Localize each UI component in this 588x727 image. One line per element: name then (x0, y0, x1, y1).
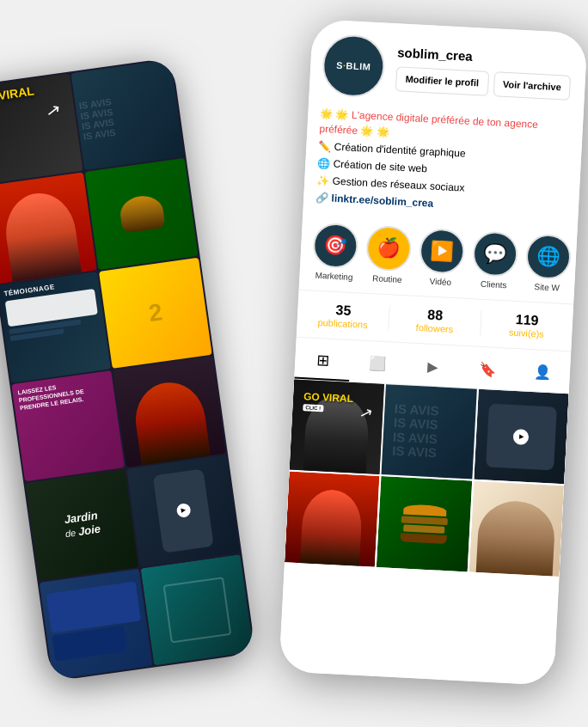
highlight-label-video: Vidéo (429, 277, 451, 287)
tab-saved[interactable]: 🔖 (459, 350, 516, 390)
avatar: S·BLIM (321, 34, 386, 99)
tagged-tab-icon: 👤 (534, 364, 552, 381)
back-cell-person (0, 173, 97, 284)
photo-burger[interactable] (377, 476, 472, 571)
username: soblim_crea (397, 46, 575, 70)
photo-grid: GO VIRAL CLIC ! ↗ IS AVISIS AVISIS AVISI… (285, 380, 569, 577)
photo-person[interactable] (285, 472, 380, 567)
front-phone: S·BLIM soblim_crea Modifier le profil Vo… (279, 19, 587, 686)
clic-badge: CLIC ! (303, 404, 323, 412)
jardin-line2: de (64, 528, 77, 540)
highlight-site[interactable]: 🌐 Site W (524, 234, 572, 294)
stat-following[interactable]: 119 suivi(e)s (481, 310, 573, 341)
video-tab-icon: ▶ (427, 357, 438, 375)
reels-tab-icon: ⬜ (369, 355, 387, 372)
grid-tab-icon: ⊞ (315, 351, 329, 370)
graphic-num: 2 (147, 298, 164, 327)
stat-followers[interactable]: 88 followers (389, 305, 481, 336)
jardin-text: Jardin de Joie (63, 508, 102, 541)
site-icon: 🌐 (536, 245, 560, 268)
burger-shape (118, 194, 165, 235)
highlight-circle-clients: 💬 (472, 230, 519, 278)
burger-shape (400, 504, 448, 544)
scene: GO VIRAL ↗ IS AVISIS AVISIS AVISIS AVIS … (0, 0, 588, 727)
highlight-marketing[interactable]: 🎯 Marketing (311, 223, 358, 283)
highlights-section: 🎯 Marketing 🍎 Routine ▶️ Vidéo (299, 215, 578, 301)
front-screen: S·BLIM soblim_crea Modifier le profil Vo… (279, 19, 587, 686)
photo-screen[interactable]: ▶ (474, 389, 569, 485)
profile-header: S·BLIM soblim_crea Modifier le profil Vo… (309, 19, 588, 116)
photo-go-viral[interactable]: GO VIRAL CLIC ! ↗ (290, 380, 385, 475)
back-cell-avis1: IS AVISIS AVISIS AVISIS AVIS (71, 59, 185, 170)
avis-photo-text: IS AVISIS AVISIS AVISIS AVIS (392, 401, 467, 461)
back-cell-go-viral: GO VIRAL ↗ (0, 74, 83, 185)
highlight-circle-video: ▶️ (419, 228, 466, 275)
highlight-circle-routine: 🍎 (365, 225, 413, 272)
couple-shape (475, 499, 556, 576)
tab-tagged[interactable]: 👤 (514, 352, 571, 393)
profile-info: soblim_crea Modifier le profil Voir l'ar… (395, 46, 575, 101)
highlight-circle-site: 🌐 (525, 234, 573, 281)
back-cell-temoignage: TÉMOIGNAGE (0, 272, 111, 383)
highlight-label-clients: Clients (481, 279, 507, 290)
routine-icon: 🍎 (377, 236, 401, 260)
back-cell-teal (141, 554, 254, 666)
tab-video[interactable]: ▶ (404, 346, 461, 387)
marketing-icon: 🎯 (323, 234, 347, 257)
highlight-clients[interactable]: 💬 Clients (471, 230, 518, 290)
highlight-routine[interactable]: 🍎 Routine (364, 225, 412, 285)
bio-link[interactable]: linktr.ee/soblim_crea (331, 192, 433, 210)
photo-couple[interactable] (469, 481, 564, 577)
back-cell-graphic: 2 (99, 257, 212, 369)
back-cell-cards (40, 569, 153, 681)
bio-section: 🌟 🌟 L'agence digitale préférée de ton ag… (303, 101, 583, 229)
avatar-logo: S·BLIM (336, 60, 371, 72)
laissez-text: LAISSEZ LES PROFESSIONNELS DE PRENDRE LE… (17, 376, 110, 412)
back-cell-person2 (113, 357, 226, 467)
highlight-label-marketing: Marketing (315, 271, 352, 282)
person-shape (1, 189, 83, 282)
view-archive-button[interactable]: Voir l'archive (493, 72, 571, 101)
cursor-arrow: ↗ (45, 100, 62, 122)
highlight-label-routine: Routine (372, 273, 402, 284)
stat-publications[interactable]: 35 publications (297, 301, 389, 332)
highlight-video[interactable]: ▶️ Vidéo (418, 228, 465, 288)
saved-tab-icon: 🔖 (479, 360, 497, 377)
profile-buttons: Modifier le profil Voir l'archive (395, 67, 573, 101)
highlight-label-site: Site W (534, 282, 560, 293)
highlight-circle-marketing: 🎯 (312, 223, 359, 270)
video-icon: ▶️ (430, 240, 454, 263)
person2-shape (131, 378, 211, 466)
tab-reels[interactable]: ⬜ (349, 344, 406, 384)
go-viral-label: GO VIRAL (0, 83, 35, 105)
edit-profile-button[interactable]: Modifier le profil (395, 67, 489, 96)
person-photo-shape (300, 489, 363, 566)
back-phone-screen: GO VIRAL ↗ IS AVISIS AVISIS AVISIS AVIS … (0, 58, 256, 682)
back-phone: GO VIRAL ↗ IS AVISIS AVISIS AVISIS AVIS … (0, 58, 256, 682)
back-cell-phone-mock: ▶ (126, 455, 240, 566)
back-cell-jardin: Jardin de Joie (25, 469, 138, 580)
photo-avis[interactable]: IS AVISIS AVISIS AVISIS AVIS (382, 384, 477, 480)
avis-text: IS AVISIS AVISIS AVISIS AVIS (78, 88, 177, 142)
clients-icon: 💬 (483, 242, 507, 266)
tab-grid[interactable]: ⊞ (294, 341, 351, 382)
back-cell-burger (85, 158, 199, 269)
back-cell-laissez: LAISSEZ LES PROFESSIONNELS DE PRENDRE LE… (11, 370, 125, 481)
jardin-line3: Joie (77, 522, 101, 538)
